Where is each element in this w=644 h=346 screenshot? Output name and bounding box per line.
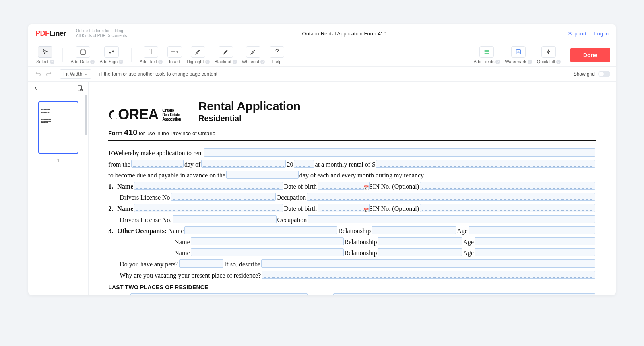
section-last-two: LAST TWO PLACES OF RESIDENCE [108, 283, 596, 292]
text-dayof: day of [184, 159, 200, 170]
undo-button[interactable] [34, 70, 43, 78]
field-pets-yn[interactable] [179, 260, 223, 268]
field-due-day[interactable] [226, 171, 299, 179]
login-link[interactable]: Log in [594, 31, 609, 37]
field-rel-a[interactable] [372, 226, 456, 234]
field-vacate[interactable] [262, 271, 595, 279]
document-title: Ontario Rental Application Form 410 [127, 31, 561, 37]
highlighter-icon [191, 46, 205, 58]
field-rel-c[interactable] [378, 248, 462, 256]
calendar-icon[interactable]: 📅 [363, 185, 369, 192]
fields-icon [479, 46, 494, 58]
field-from-day[interactable] [131, 160, 184, 168]
field-dl2[interactable] [173, 215, 277, 223]
field-dl1[interactable] [171, 193, 276, 201]
highlight-tool[interactable]: Highlight? [184, 46, 212, 64]
label-dl2: Drivers License No. [120, 215, 171, 225]
label-age-a: Age [457, 226, 468, 236]
plus-icon: ▾ [167, 46, 182, 58]
help-badge-icon: ? [205, 60, 210, 64]
chevron-down-icon: ▾ [176, 50, 178, 54]
list-num-3: 3. [108, 226, 117, 236]
page-thumbnail[interactable]: ■■■ ▬▬▬▬▬▬▬▬▬▬▬▬▬▬▬▬ ▬▬▬▬▬▬ ▬▬▬▬▬▬▬▬▬▬▬▬… [38, 101, 78, 154]
insert-label: Insert [169, 59, 180, 64]
field-occ-name-a[interactable] [184, 226, 337, 234]
field-dob1[interactable] [318, 182, 370, 190]
field-month[interactable] [201, 160, 286, 168]
form-body: I/We hereby make application to rent fro… [108, 147, 596, 295]
add-date-label: Add Date [71, 59, 89, 64]
help-label: Help [272, 59, 282, 64]
field-property[interactable] [204, 148, 595, 157]
pdf-page: OREA Ontario Real Estate Association Ren… [104, 82, 600, 295]
label-sin1: SIN No. (Optional) [369, 181, 419, 192]
quick-fill-label: Quick Fill [537, 59, 555, 64]
watermark-label: Watermark [505, 59, 526, 64]
field-occ-name-c[interactable] [191, 248, 344, 256]
field-rel-b[interactable] [378, 237, 462, 245]
blackout-tool[interactable]: Blackout? [212, 46, 239, 64]
text-icon: T [144, 46, 158, 58]
brand-logo[interactable]: PDFLiner [35, 29, 66, 38]
field-name2[interactable] [134, 204, 283, 212]
header-bar: PDFLiner Online Platform for Editing All… [28, 24, 616, 43]
quick-fill-tool[interactable]: Quick Fill? [535, 46, 563, 64]
insert-tool[interactable]: ▾ Insert [165, 46, 184, 64]
redo-button[interactable] [44, 70, 53, 78]
select-label: Select [36, 59, 49, 64]
add-sign-label: Add Sign [99, 59, 118, 64]
whiteout-tool[interactable]: Whiteout? [239, 46, 267, 64]
add-fields-label: Add Fields [473, 59, 494, 64]
form-subtitle: Residential [198, 114, 300, 123]
field-occ2[interactable] [308, 215, 595, 223]
field-sin1[interactable] [420, 182, 595, 190]
add-date-tool[interactable]: Add Date? [68, 46, 97, 64]
document-canvas[interactable]: OREA Ontario Real Estate Association Ren… [89, 82, 616, 295]
label-dob1: Date of birth [284, 181, 317, 192]
field-age-a[interactable] [469, 226, 595, 234]
support-link[interactable]: Support [568, 31, 586, 37]
list-num-1: 1. [108, 181, 117, 192]
form-number: 410 [124, 128, 137, 137]
field-occ1[interactable] [307, 193, 595, 201]
field-address2[interactable] [333, 293, 595, 295]
field-dob2[interactable] [318, 204, 370, 212]
field-age-b[interactable] [475, 237, 595, 245]
header-links: Support Log in [561, 31, 609, 37]
page-settings-button[interactable] [77, 85, 83, 91]
field-name1[interactable] [134, 182, 283, 190]
label-rel-c: Relationship [345, 248, 377, 258]
add-text-label: Add Text [140, 59, 157, 64]
label-rel-b: Relationship [345, 237, 377, 247]
thumbnail-list[interactable]: ■■■ ▬▬▬▬▬▬▬▬▬▬▬▬▬▬▬▬ ▬▬▬▬▬▬ ▬▬▬▬▬▬▬▬▬▬▬▬… [28, 95, 88, 295]
orea-sub3: Association [162, 117, 181, 122]
select-tool[interactable]: Select? [34, 46, 57, 64]
thumbnail-page-number: 1 [57, 158, 60, 163]
field-pets-desc[interactable] [261, 260, 595, 268]
workspace: ■■■ ▬▬▬▬▬▬▬▬▬▬▬▬▬▬▬▬ ▬▬▬▬▬▬ ▬▬▬▬▬▬▬▬▬▬▬▬… [28, 82, 616, 295]
field-occ-name-b[interactable] [191, 237, 344, 245]
field-year[interactable] [294, 160, 314, 168]
add-text-tool[interactable]: T Add Text? [137, 46, 165, 64]
label-sin2: SIN No. (Optional) [369, 204, 419, 214]
app-window: PDFLiner Online Platform for Editing All… [28, 24, 616, 295]
thumbnail-panel: ■■■ ▬▬▬▬▬▬▬▬▬▬▬▬▬▬▬▬ ▬▬▬▬▬▬ ▬▬▬▬▬▬▬▬▬▬▬▬… [28, 82, 89, 295]
back-button[interactable] [33, 85, 39, 91]
show-grid-toggle[interactable] [598, 71, 610, 77]
zoom-select[interactable]: Fit Width ⌄ [60, 69, 91, 79]
field-sin2[interactable] [420, 204, 595, 212]
field-rent-amount[interactable] [376, 160, 595, 168]
field-address1[interactable] [130, 293, 308, 295]
help-tool[interactable]: ? Help [267, 46, 287, 64]
calendar-icon[interactable]: 📅 [363, 207, 369, 214]
sub-toolbar: Fit Width ⌄ Fill the form or use another… [28, 67, 616, 82]
label-name2: Name [117, 204, 133, 214]
label-occ-name-c: Name [174, 248, 190, 258]
watermark-tool[interactable]: Watermark? [502, 46, 534, 64]
done-button[interactable]: Done [570, 48, 610, 62]
orea-text: OREA [118, 106, 158, 123]
orea-sub2: Real Estate [162, 113, 181, 117]
add-sign-tool[interactable]: Add Sign? [97, 46, 126, 64]
field-age-c[interactable] [475, 248, 595, 256]
add-fields-tool[interactable]: Add Fields? [471, 46, 502, 64]
